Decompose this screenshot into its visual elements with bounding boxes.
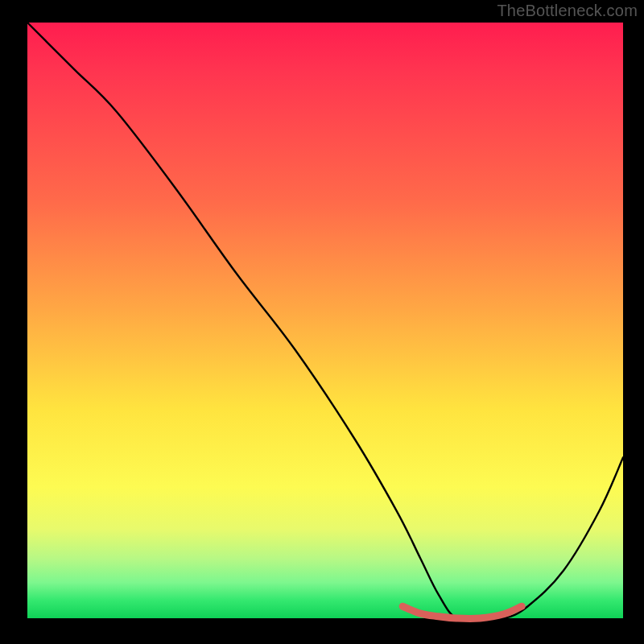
curve-layer: [27, 23, 623, 618]
plot-area: [27, 23, 623, 618]
optimal-range-highlight: [402, 606, 522, 618]
bottleneck-curve: [27, 23, 623, 620]
chart-frame: TheBottleneck.com: [0, 0, 644, 644]
watermark-text: TheBottleneck.com: [497, 2, 638, 20]
